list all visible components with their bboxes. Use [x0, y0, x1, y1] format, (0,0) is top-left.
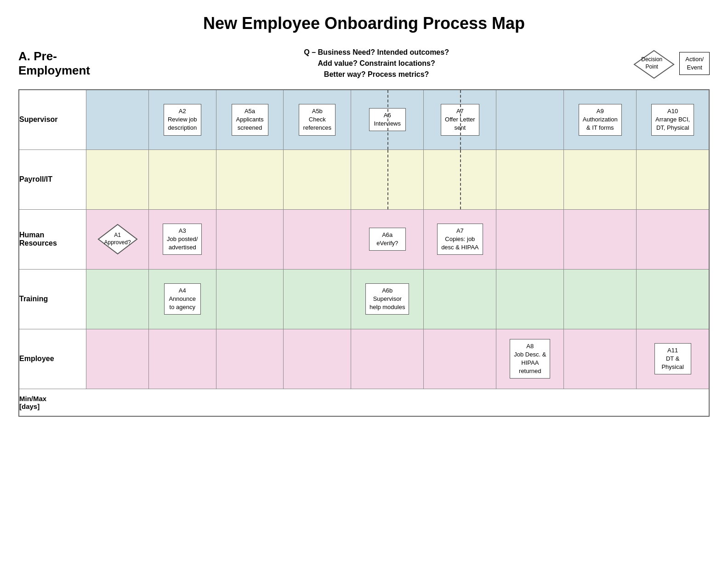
- training-col9: [637, 269, 709, 329]
- employee-col9: A11 DT &Physical: [637, 329, 709, 389]
- payroll-col1: [86, 149, 149, 209]
- step-a6b: A6b Supervisorhelp modules: [365, 283, 409, 315]
- hr-col1: A1Approved?: [86, 209, 149, 269]
- hr-col3: [216, 209, 284, 269]
- step-a10: A10 Arrange BCI,DT, Physical: [651, 104, 694, 136]
- employee-col5: [351, 329, 424, 389]
- training-col6: [424, 269, 496, 329]
- payroll-label: Payroll/IT: [19, 149, 86, 209]
- supervisor-col5: A6 Interviews: [351, 90, 424, 149]
- employee-col6: [424, 329, 496, 389]
- row-employee: Employee A8 Job Desc. &HIPAAreturned A11…: [19, 329, 709, 389]
- supervisor-col8: A9 Authorization& IT forms: [564, 90, 637, 149]
- supervisor-col9: A10 Arrange BCI,DT, Physical: [637, 90, 709, 149]
- legend-diamond: DecisionPoint: [633, 50, 670, 77]
- payroll-col2: [148, 149, 216, 209]
- process-table: Supervisor A2 Review jobdescription A5a …: [18, 89, 710, 417]
- training-col4: [284, 269, 351, 329]
- hr-col9: [637, 209, 709, 269]
- step-a5a: A5a Applicantsscreened: [232, 104, 268, 136]
- hr-label: HumanResources: [19, 209, 86, 269]
- training-col5: A6b Supervisorhelp modules: [351, 269, 424, 329]
- supervisor-col3: A5a Applicantsscreened: [216, 90, 284, 149]
- supervisor-col1: [86, 90, 149, 149]
- supervisor-label: Supervisor: [19, 90, 86, 149]
- training-col2: A4 Announceto agency: [148, 269, 216, 329]
- page-title: New Employee Onboarding Process Map: [18, 14, 710, 33]
- training-col8: [564, 269, 637, 329]
- training-col1: [86, 269, 149, 329]
- hr-col5: A6a eVerify?: [351, 209, 424, 269]
- hr-col6: A7 Copies: jobdesc & HIPAA: [424, 209, 496, 269]
- row-supervisor: Supervisor A2 Review jobdescription A5a …: [19, 90, 709, 149]
- employee-col1: [86, 329, 149, 389]
- employee-col4: [284, 329, 351, 389]
- header-row: A. Pre-Employment Q – Business Need? Int…: [18, 47, 710, 80]
- step-a9: A9 Authorization& IT forms: [579, 104, 622, 136]
- hr-col7: [496, 209, 564, 269]
- row-hr: HumanResources A1Approved? A3 Job posted…: [19, 209, 709, 269]
- employee-col7: A8 Job Desc. &HIPAAreturned: [496, 329, 564, 389]
- payroll-col6: [424, 149, 496, 209]
- step-a6a: A6a eVerify?: [369, 228, 406, 251]
- employee-col8: [564, 329, 637, 389]
- row-payroll: Payroll/IT: [19, 149, 709, 209]
- training-col7: [496, 269, 564, 329]
- payroll-col9: [637, 149, 709, 209]
- supervisor-col7: [496, 90, 564, 149]
- employee-col3: [216, 329, 284, 389]
- step-a11: A11 DT &Physical: [654, 343, 691, 375]
- step-a1: A1Approved?: [97, 223, 138, 255]
- row-training: Training A4 Announceto agency A6b Superv…: [19, 269, 709, 329]
- minmax-label: Min/Max [days]: [19, 389, 86, 416]
- step-a6: A6 Interviews: [369, 108, 406, 131]
- step-a2: A2 Review jobdescription: [164, 104, 201, 136]
- legend: DecisionPoint Action/Event: [633, 50, 710, 77]
- hr-col2: A3 Job posted/advertised: [148, 209, 216, 269]
- step-a8: A8 Job Desc. &HIPAAreturned: [510, 339, 550, 379]
- step-a7-hr: A7 Copies: jobdesc & HIPAA: [437, 224, 483, 255]
- payroll-col5: [351, 149, 424, 209]
- step-a4: A4 Announceto agency: [164, 283, 201, 315]
- training-label: Training: [19, 269, 86, 329]
- step-a5b: A5b Checkreferences: [299, 104, 336, 136]
- section-label: A. Pre-Employment: [18, 49, 119, 78]
- supervisor-col4: A5b Checkreferences: [284, 90, 351, 149]
- hr-col8: [564, 209, 637, 269]
- step-a7-sup: A7 Offer Lettersent: [441, 104, 479, 136]
- supervisor-col2: A2 Review jobdescription: [148, 90, 216, 149]
- payroll-col4: [284, 149, 351, 209]
- payroll-col8: [564, 149, 637, 209]
- employee-col2: [148, 329, 216, 389]
- payroll-col7: [496, 149, 564, 209]
- row-minmax: Min/Max [days]: [19, 389, 709, 416]
- legend-rect: Action/Event: [679, 52, 710, 75]
- training-col3: [216, 269, 284, 329]
- hr-col4: [284, 209, 351, 269]
- payroll-col3: [216, 149, 284, 209]
- question-block: Q – Business Need? Intended outcomes? Ad…: [119, 47, 633, 80]
- supervisor-col6: A7 Offer Lettersent: [424, 90, 496, 149]
- step-a3: A3 Job posted/advertised: [163, 224, 202, 255]
- employee-label: Employee: [19, 329, 86, 389]
